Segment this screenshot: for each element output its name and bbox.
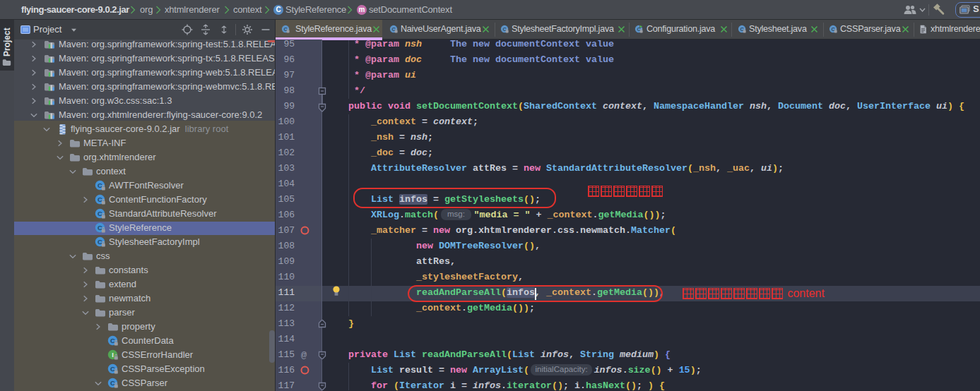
svg-text:I: I [112, 351, 114, 359]
